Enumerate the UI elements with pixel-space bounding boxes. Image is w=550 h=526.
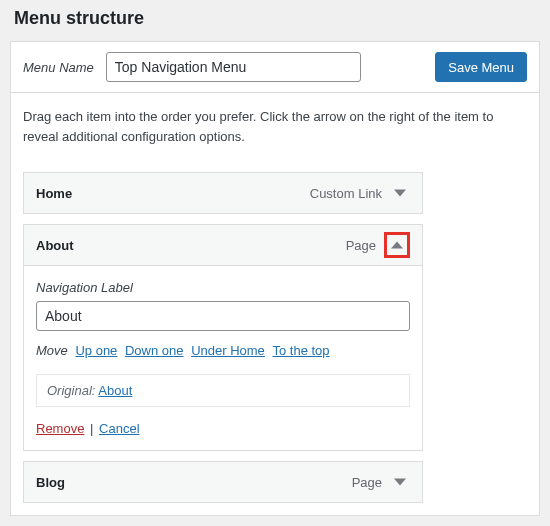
chevron-up-icon[interactable] xyxy=(384,232,410,258)
separator: | xyxy=(90,421,97,436)
menu-item-bar[interactable]: Blog Page xyxy=(23,461,423,503)
remove-link[interactable]: Remove xyxy=(36,421,84,436)
chevron-down-icon[interactable] xyxy=(390,472,410,492)
move-under-link[interactable]: Under Home xyxy=(191,343,265,358)
menu-item-title: About xyxy=(36,238,346,253)
original-label: Original: xyxy=(47,383,95,398)
move-label: Move xyxy=(36,343,68,358)
page-title: Menu structure xyxy=(14,8,550,29)
menu-name-label: Menu Name xyxy=(23,60,94,75)
nav-label-title: Navigation Label xyxy=(36,280,410,295)
nav-label-input[interactable] xyxy=(36,301,410,331)
original-link[interactable]: About xyxy=(98,383,132,398)
menu-items: Home Custom Link About Page Navigation L… xyxy=(11,172,539,515)
menu-item-type: Page xyxy=(352,475,382,490)
original-box: Original: About xyxy=(36,374,410,407)
instructions-text: Drag each item into the order you prefer… xyxy=(11,93,539,162)
save-menu-button[interactable]: Save Menu xyxy=(435,52,527,82)
menu-item-bar[interactable]: Home Custom Link xyxy=(23,172,423,214)
menu-name-row: Menu Name Save Menu xyxy=(11,42,539,93)
menu-item-type: Custom Link xyxy=(310,186,382,201)
menu-item-bar[interactable]: About Page xyxy=(23,224,423,266)
menu-item-type: Page xyxy=(346,238,376,253)
move-down-link[interactable]: Down one xyxy=(125,343,184,358)
menu-item-settings: Navigation Label Move Up one Down one Un… xyxy=(23,266,423,451)
cancel-link[interactable]: Cancel xyxy=(99,421,139,436)
move-top-link[interactable]: To the top xyxy=(272,343,329,358)
menu-name-input[interactable] xyxy=(106,52,361,82)
move-up-link[interactable]: Up one xyxy=(75,343,117,358)
move-row: Move Up one Down one Under Home To the t… xyxy=(36,343,410,358)
remove-cancel-row: Remove | Cancel xyxy=(36,421,410,436)
menu-item-title: Home xyxy=(36,186,310,201)
menu-frame: Menu Name Save Menu Drag each item into … xyxy=(10,41,540,516)
menu-item-title: Blog xyxy=(36,475,352,490)
chevron-down-icon[interactable] xyxy=(390,183,410,203)
